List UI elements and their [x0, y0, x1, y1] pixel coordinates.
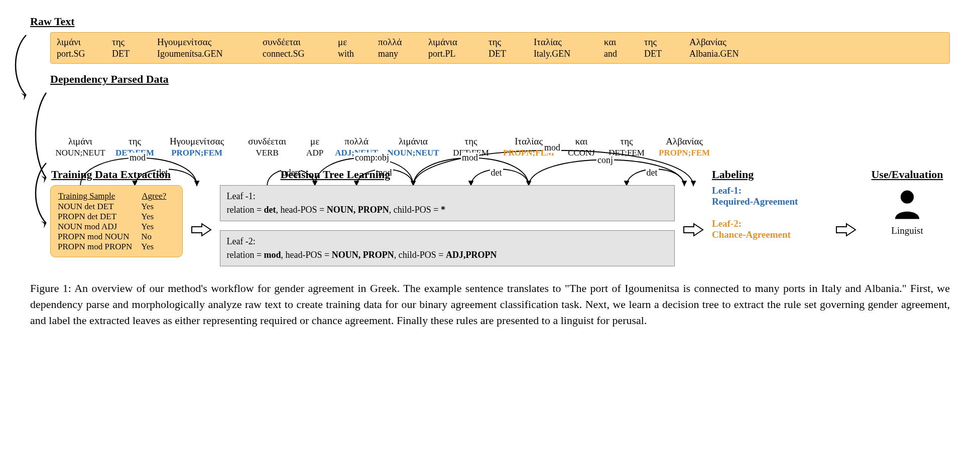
dep-token-greek: και	[575, 136, 587, 147]
training-agree: Yes	[141, 202, 175, 212]
training-sample: PROPN det DET	[58, 212, 141, 222]
dep-token-greek: Ιταλίας	[515, 136, 543, 147]
raw-token-greek: πολλά	[378, 37, 402, 48]
dependency-arc-label: conj	[596, 155, 614, 166]
raw-token-greek: της	[112, 37, 125, 48]
leaf-body: relation = det, head-POS = NOUN, PROPN, …	[226, 205, 445, 215]
training-sample: PROPN mod NOUN	[58, 232, 141, 242]
dependency-heading: Dependency Parsed Data	[50, 73, 950, 86]
raw-token-greek: της	[644, 37, 657, 48]
leaf-title: Leaf -2:	[226, 236, 255, 246]
raw-token-gloss: port.SG	[57, 49, 85, 59]
raw-token-gloss: Italy.GEN	[534, 49, 570, 59]
raw-text-box: λιμάνιport.SGτηςDETΗγουμενίτσαςIgoumenít…	[50, 32, 950, 64]
labeling-leaf2: Leaf-2: Chance-Agreement	[712, 218, 827, 240]
leaf2-label: Chance-Agreement	[712, 229, 791, 240]
labeling-heading: Labeling	[712, 168, 827, 181]
dependency-arc-label: mod	[461, 153, 479, 163]
raw-token-gloss: Albania.GEN	[689, 49, 739, 59]
raw-token-gloss: many	[378, 49, 398, 59]
dep-token-greek: της	[621, 136, 633, 147]
training-box: Training SampleAgree?NOUN det DETYesPROP…	[50, 185, 183, 257]
leaf2-name: Leaf-2:	[712, 218, 742, 229]
training-sample: PROPN mod PROPN	[58, 242, 141, 252]
decision-tree-heading: Decision Tree Learning	[280, 168, 675, 181]
raw-token-greek: λιμάνι	[57, 37, 81, 48]
raw-token-greek: Ηγουμενίτσας	[157, 37, 211, 48]
labeling-leaf1: Leaf-1: Required-Agreement	[712, 185, 827, 207]
dep-token-tag: CCONJ	[568, 148, 595, 158]
raw-token-gloss: Igoumenítsa.GEN	[157, 49, 222, 59]
dep-token-greek: Αλβανίας	[666, 136, 703, 147]
dep-token-greek: συνδέεται	[248, 136, 286, 147]
training-agree: Yes	[141, 242, 175, 252]
raw-token-gloss: connect.SG	[263, 49, 304, 59]
training-sample: NOUN det DET	[58, 202, 141, 212]
dep-token-tag: NOUN;NEUT	[55, 148, 105, 158]
dep-token-greek: της	[129, 136, 141, 147]
leaf-body: relation = mod, head-POS = NOUN, PROPN, …	[226, 250, 497, 260]
raw-token-greek: και	[604, 37, 616, 48]
decision-tree-leaf: Leaf -1:relation = det, head-POS = NOUN,…	[220, 185, 675, 221]
svg-point-2	[901, 191, 914, 204]
leaf-title: Leaf -1:	[226, 191, 255, 201]
dep-token-greek: πολλά	[344, 136, 368, 147]
training-col-sample: Training Sample	[58, 191, 141, 202]
raw-token-gloss: DET	[488, 49, 506, 59]
figure-caption: Figure 1: An overview of our method's wo…	[30, 280, 950, 329]
raw-token-gloss: DET	[644, 49, 662, 59]
training-agree: Yes	[141, 212, 175, 222]
raw-token-greek: συνδέεται	[263, 37, 301, 48]
arrow-right-icon	[835, 223, 856, 237]
dep-token-greek: Ηγουμενίτσας	[170, 136, 224, 147]
dep-token-tag: NOUN;NEUT	[388, 148, 439, 158]
raw-text-heading: Raw Text	[30, 15, 950, 28]
use-eval-heading: Use/Evaluation	[871, 168, 943, 181]
raw-token-greek: λιμάνια	[428, 37, 457, 48]
raw-token-gloss: port.PL	[428, 49, 456, 59]
raw-token-greek: με	[338, 37, 347, 48]
dependency-arc-label: comp:obj	[354, 153, 390, 163]
linguist-label: Linguist	[891, 225, 923, 236]
training-heading: Training Data Extraction	[51, 168, 183, 181]
decision-tree-leaf: Leaf -2:relation = mod, head-POS = NOUN,…	[220, 230, 675, 266]
dep-token-greek: λιμάνια	[399, 136, 428, 147]
dep-token-tag: ADP	[306, 148, 323, 158]
training-sample: NOUN mod ADJ	[58, 222, 141, 232]
flow-arrow-icon	[11, 35, 29, 95]
dependency-arc-label: mod	[129, 153, 147, 163]
raw-token-gloss: and	[604, 49, 617, 59]
arrow-right-icon	[191, 223, 212, 237]
raw-token-gloss: with	[338, 49, 354, 59]
training-agree: No	[141, 232, 175, 242]
training-agree: Yes	[141, 222, 175, 232]
dep-token-tag: PROPN;FEM	[171, 148, 222, 158]
arrow-right-icon	[683, 223, 704, 237]
raw-token-greek: Ιταλίας	[534, 37, 562, 48]
dep-token-greek: λιμάνι	[68, 136, 92, 147]
training-col-agree: Agree?	[141, 191, 175, 202]
dep-token-tag: PROPN;FEM	[659, 148, 710, 158]
dep-token-tag: VERB	[256, 148, 278, 158]
dep-token-greek: με	[310, 136, 319, 147]
flow-arrow-icon	[31, 163, 49, 223]
raw-token-greek: Αλβανίας	[689, 37, 726, 48]
dependency-arc-label: mod	[543, 142, 561, 153]
raw-token-greek: της	[488, 37, 501, 48]
raw-token-gloss: DET	[112, 49, 130, 59]
person-icon	[890, 187, 925, 222]
leaf1-name: Leaf-1:	[712, 185, 742, 196]
leaf1-label: Required-Agreement	[712, 196, 798, 207]
dep-token-greek: της	[465, 136, 477, 147]
